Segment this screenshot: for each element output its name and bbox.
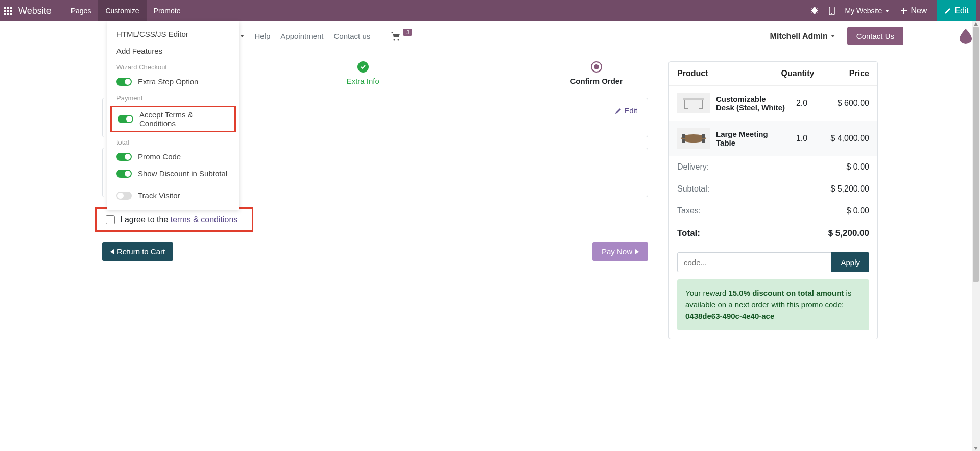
nav-appointment[interactable]: Appointment: [280, 32, 323, 40]
dd-section-total: total: [107, 134, 239, 148]
product-thumb: [677, 128, 710, 149]
cart-icon[interactable]: 3: [391, 32, 412, 41]
bug-icon[interactable]: [805, 7, 824, 15]
dd-promo-code[interactable]: Promo Code: [107, 148, 239, 165]
summary-item: Customizable Desk (Steel, White) 2.0 $ 6…: [669, 86, 877, 121]
svg-rect-8: [682, 139, 685, 143]
dd-track-visitor[interactable]: Track Visitor: [107, 187, 239, 204]
menu-pages[interactable]: Pages: [64, 0, 99, 21]
pay-now-button[interactable]: Pay Now: [592, 242, 648, 261]
nav-help[interactable]: Help: [254, 32, 270, 40]
my-website-dropdown[interactable]: My Website: [840, 7, 895, 15]
caret-down-icon: [831, 35, 835, 37]
summary-subtotal: Subtotal:$ 5,200.00: [669, 178, 877, 200]
chevron-right-icon: [635, 249, 639, 254]
summary-taxes: Taxes:$ 0.00: [669, 200, 877, 222]
toggle-on-icon[interactable]: [116, 78, 132, 86]
reward-box: Your reward 15.0% discount on total amou…: [677, 279, 869, 330]
edit-shipping-link[interactable]: Edit: [615, 106, 637, 115]
terms-row: I agree to the terms & conditions: [95, 207, 253, 232]
brand[interactable]: Website: [18, 6, 52, 16]
svg-rect-4: [683, 98, 704, 100]
top-navbar: Website Pages Customize Promote My Websi…: [0, 0, 980, 21]
new-button[interactable]: New: [894, 6, 933, 15]
scrollbar-thumb[interactable]: [973, 27, 979, 282]
chevron-left-icon: [110, 249, 114, 254]
toggle-on-icon[interactable]: [116, 170, 132, 178]
toggle-off-icon[interactable]: [116, 192, 132, 200]
menu-promote[interactable]: Promote: [147, 0, 188, 21]
summary-delivery: Delivery:$ 0.00: [669, 156, 877, 178]
customize-dropdown: HTML/CSS/JS Editor Add Features Wizard C…: [107, 21, 239, 210]
terms-link[interactable]: terms & conditions: [171, 215, 238, 224]
dd-add-features[interactable]: Add Features: [107, 42, 239, 59]
mobile-icon[interactable]: [824, 7, 840, 15]
nav-contact[interactable]: Contact us: [334, 32, 371, 40]
dd-show-discount[interactable]: Show Discount in Subtotal: [107, 165, 239, 182]
apps-icon[interactable]: [4, 7, 12, 15]
step-confirm: Confirm Order: [570, 61, 623, 85]
svg-rect-9: [702, 139, 705, 143]
summary-head: Product Quantity Price: [669, 62, 877, 86]
current-step-icon: [591, 61, 602, 73]
contact-us-button[interactable]: Contact Us: [847, 27, 903, 45]
user-menu[interactable]: Mitchell Admin: [770, 32, 835, 41]
terms-text: I agree to the terms & conditions: [120, 215, 237, 224]
odoo-drop-icon: [960, 29, 972, 44]
return-to-cart-button[interactable]: Return to Cart: [102, 242, 173, 261]
summary-item: Large Meeting Table 1.0 $ 4,000.00: [669, 121, 877, 156]
promo-row: Apply: [669, 245, 877, 279]
actions-row: Return to Cart Pay Now: [102, 242, 648, 261]
promo-apply-button[interactable]: Apply: [831, 252, 869, 272]
svg-rect-6: [682, 134, 685, 138]
check-icon: [357, 61, 369, 73]
dd-section-wizard: Wizard Checkout: [107, 59, 239, 73]
toggle-on-icon[interactable]: [118, 115, 133, 123]
order-summary: Product Quantity Price Customizable Desk…: [668, 61, 878, 339]
svg-point-2: [394, 39, 395, 40]
svg-rect-7: [702, 134, 705, 138]
menu-customize[interactable]: Customize: [98, 0, 146, 21]
terms-checkbox[interactable]: [106, 215, 115, 224]
svg-point-1: [831, 13, 832, 14]
cart-badge: 3: [403, 29, 412, 36]
toggle-on-icon[interactable]: [116, 153, 132, 161]
scrollbar[interactable]: [972, 21, 980, 360]
promo-input[interactable]: [677, 252, 831, 272]
dd-section-payment: Payment: [107, 90, 239, 104]
edit-button[interactable]: Edit: [937, 0, 976, 21]
dd-html-editor[interactable]: HTML/CSS/JS Editor: [107, 26, 239, 42]
caret-down-icon: [240, 35, 244, 37]
caret-down-icon: [885, 10, 889, 12]
dd-extra-step[interactable]: Extra Step Option: [107, 73, 239, 90]
summary-total: Total:$ 5,200.00: [669, 222, 877, 245]
scroll-up-icon[interactable]: [974, 22, 978, 26]
svg-point-3: [398, 39, 399, 40]
product-thumb: [677, 93, 710, 113]
step-extra-info[interactable]: Extra Info: [347, 61, 379, 85]
dd-accept-terms[interactable]: Accept Terms & Conditions: [110, 106, 236, 132]
